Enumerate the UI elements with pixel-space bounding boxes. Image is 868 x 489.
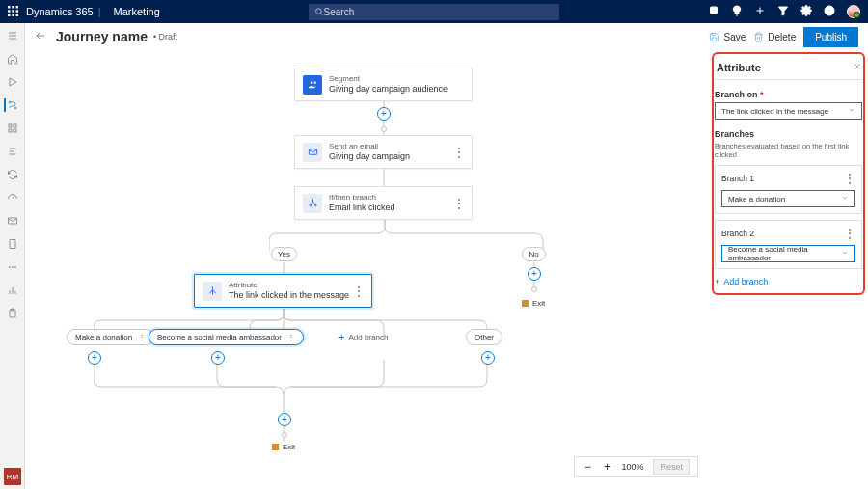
- svg-rect-8: [16, 14, 18, 15]
- back-button[interactable]: [35, 30, 46, 43]
- home-icon[interactable]: [6, 52, 19, 66]
- exit-icon: [272, 444, 279, 450]
- help-icon[interactable]: [824, 5, 835, 18]
- branch-menu[interactable]: ⋮: [844, 172, 855, 185]
- add-step[interactable]: +: [211, 351, 225, 365]
- branch-menu[interactable]: ⋮: [844, 227, 855, 240]
- svg-rect-5: [16, 10, 18, 12]
- svg-point-56: [309, 204, 311, 206]
- clipboard-icon[interactable]: [6, 307, 19, 320]
- branches-heading: Branches: [715, 129, 862, 139]
- email-node[interactable]: Send an emailGiving day campaign ⋮: [294, 135, 473, 169]
- topbar-actions: [708, 5, 860, 18]
- plus-icon[interactable]: [754, 5, 766, 18]
- branch-card-1: Branch 1⋮ Make a donation: [715, 165, 862, 214]
- activities-icon[interactable]: [6, 122, 19, 135]
- chevron-down-icon: [841, 249, 849, 258]
- branch-icon: [303, 194, 322, 213]
- panel-title: Attribute: [717, 62, 761, 73]
- status-badge: • Draft: [153, 32, 177, 41]
- svg-marker-21: [10, 78, 16, 86]
- delete-button[interactable]: Delete: [753, 32, 796, 42]
- attribute-icon: [203, 282, 222, 301]
- ifthen-node[interactable]: If/then branchEmail link clicked ⋮: [294, 186, 473, 220]
- svg-point-22: [9, 101, 11, 103]
- branch-1-name[interactable]: Branch 1: [721, 174, 754, 183]
- zoom-reset-button[interactable]: Reset: [653, 459, 690, 475]
- left-nav-rail: [0, 23, 25, 489]
- form-icon[interactable]: [6, 145, 19, 158]
- add-branch-chip[interactable]: +Add branch: [339, 331, 388, 342]
- add-step[interactable]: +: [481, 351, 495, 365]
- lightbulb-icon[interactable]: [731, 5, 743, 18]
- global-search[interactable]: [309, 4, 559, 20]
- branch-chip-donate[interactable]: Make a donation⋮: [67, 329, 154, 345]
- app-topbar: Dynamics 365 | Marketing: [0, 0, 868, 23]
- exit-label: Exit: [272, 443, 295, 451]
- filter-icon[interactable]: [777, 5, 789, 18]
- branch-on-label: Branch on *: [715, 90, 862, 99]
- email-icon: [303, 143, 322, 162]
- svg-rect-3: [8, 10, 10, 12]
- svg-rect-2: [16, 6, 18, 8]
- zoom-out-button[interactable]: −: [583, 460, 592, 474]
- zoom-level: 100%: [621, 462, 643, 472]
- chip-menu[interactable]: ⋮: [138, 333, 146, 341]
- app-name[interactable]: Dynamics 365: [26, 6, 94, 17]
- hamburger-icon[interactable]: [6, 29, 19, 42]
- svg-rect-6: [8, 14, 10, 15]
- branch-chip-ambassador[interactable]: Become a social media ambassador⋮: [149, 329, 304, 345]
- node-menu[interactable]: ⋮: [453, 197, 464, 210]
- add-step[interactable]: +: [528, 267, 541, 281]
- branch-2-name[interactable]: Branch 2: [721, 229, 754, 238]
- gear-icon[interactable]: [800, 5, 812, 18]
- assistant-icon[interactable]: [708, 5, 719, 18]
- page-title: Journey name: [56, 29, 148, 44]
- page-icon[interactable]: [6, 237, 19, 251]
- connector-dot: [381, 126, 387, 132]
- node-menu[interactable]: ⋮: [353, 285, 364, 298]
- svg-rect-1: [12, 6, 14, 8]
- node-menu[interactable]: ⋮: [453, 146, 464, 159]
- branch-on-select[interactable]: The link clicked in the message: [715, 102, 862, 120]
- search-input[interactable]: [324, 7, 554, 17]
- run-icon[interactable]: [6, 75, 19, 89]
- svg-point-9: [316, 9, 322, 14]
- refresh-icon[interactable]: [6, 168, 19, 181]
- user-avatar[interactable]: [847, 5, 860, 18]
- branch-2-select[interactable]: Become a social media ambassador: [721, 245, 855, 262]
- chip-menu[interactable]: ⋮: [287, 333, 295, 341]
- svg-point-23: [14, 107, 16, 109]
- svg-point-35: [12, 267, 13, 268]
- attribute-node[interactable]: AttributeThe link clicked in the message…: [194, 274, 372, 308]
- user-badge[interactable]: RM: [4, 468, 21, 485]
- svg-rect-32: [8, 218, 16, 224]
- svg-point-53: [310, 81, 312, 84]
- speed-icon[interactable]: [6, 191, 19, 204]
- module-name[interactable]: Marketing: [114, 6, 160, 17]
- branch-chip-other[interactable]: Other: [466, 329, 502, 345]
- svg-line-31: [13, 196, 14, 199]
- add-step[interactable]: +: [377, 107, 391, 121]
- add-step[interactable]: +: [88, 351, 101, 365]
- branch-1-select[interactable]: Make a donation: [721, 190, 855, 207]
- waffle-icon[interactable]: [8, 6, 18, 18]
- save-button[interactable]: Save: [709, 32, 746, 42]
- publish-button[interactable]: Publish: [803, 27, 858, 47]
- chevron-down-icon: [841, 194, 849, 204]
- close-icon[interactable]: [853, 62, 862, 73]
- add-branch-button[interactable]: +Add branch: [715, 277, 862, 286]
- email-rail-icon[interactable]: [6, 214, 19, 228]
- connector-dot: [282, 432, 287, 438]
- segment-node[interactable]: SegmentGiving day campaign audience: [294, 68, 473, 101]
- people-icon: [303, 75, 322, 95]
- journey-icon[interactable]: [4, 98, 19, 112]
- svg-rect-27: [14, 129, 16, 132]
- attribute-panel: Attribute Branch on * The link clicked i…: [715, 55, 862, 286]
- ellipsis-icon[interactable]: [6, 260, 19, 274]
- svg-rect-26: [9, 129, 12, 132]
- yes-pill: Yes: [271, 247, 297, 261]
- add-step[interactable]: +: [278, 413, 291, 426]
- analytics-icon[interactable]: [6, 284, 19, 297]
- zoom-in-button[interactable]: +: [602, 460, 611, 474]
